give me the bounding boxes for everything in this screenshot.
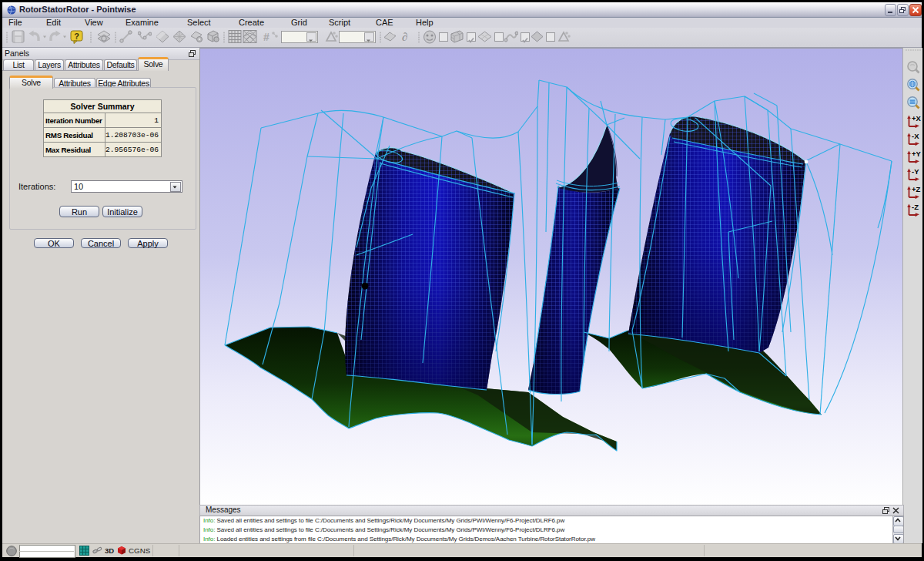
svg-text:-Y: -Y bbox=[912, 167, 919, 176]
svg-text:#: # bbox=[263, 31, 270, 43]
svg-text:-Z: -Z bbox=[912, 203, 919, 211]
svg-text:?: ? bbox=[74, 32, 79, 41]
svg-text:-X: -X bbox=[912, 132, 919, 140]
svg-text:+Y: +Y bbox=[912, 149, 922, 158]
svg-text:+Z: +Z bbox=[912, 185, 921, 193]
svg-text:+X: +X bbox=[912, 114, 922, 123]
svg-text:∂: ∂ bbox=[402, 31, 407, 43]
